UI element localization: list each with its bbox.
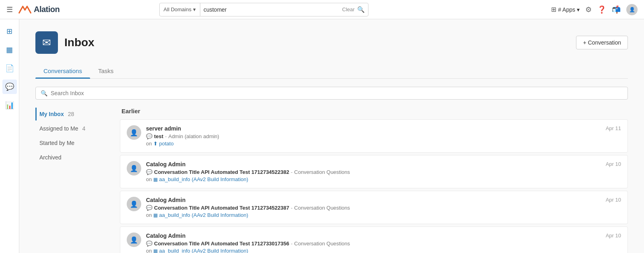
conv-preview-sep: - [291, 169, 292, 175]
domain-selector[interactable]: All Domains ▾ [160, 3, 200, 16]
conv-link[interactable]: ⬆ potato [153, 141, 173, 147]
conv-info: Catalog Admin 💬 Conversation Title API A… [146, 161, 596, 182]
table-row[interactable]: 👤 server admin 💬 test - Admin (alation a… [120, 119, 628, 153]
conv-preview-title: test [154, 133, 163, 139]
conv-link-text: potato [159, 141, 173, 147]
my-inbox-count: 28 [68, 111, 74, 117]
table-row[interactable]: 👤 Catalog Admin 💬 Conversation Title API… [120, 191, 628, 224]
conv-on-label: on [146, 212, 152, 218]
domain-chevron-icon: ▾ [193, 6, 196, 12]
conv-sender: Catalog Admin [146, 233, 596, 239]
topnav-right-actions: ⊞ # Apps ▾ ⚙ ❓ 📬 👤 [551, 4, 638, 15]
conv-preview-title: Conversation Title API Automated Test 17… [154, 205, 289, 211]
conv-link[interactable]: ▦ aa_build_info (AAv2 Build Information) [153, 176, 248, 182]
conv-date: Apr 10 [606, 161, 621, 167]
hamburger-menu[interactable]: ☰ [6, 5, 13, 14]
inbox-icon-box: ✉ [35, 31, 58, 54]
archived-label: Archived [39, 154, 61, 161]
conv-on-label: on [146, 141, 152, 147]
chat-bubble-icon: 💬 [146, 241, 152, 247]
conv-on-row: on ⬆ potato [146, 141, 596, 147]
logo-text: Alation [34, 5, 60, 14]
search-clear-button[interactable]: Clear [342, 6, 355, 12]
conv-date: Apr 10 [606, 197, 621, 203]
new-conversation-button[interactable]: + Conversation [576, 36, 628, 49]
conv-preview-title: Conversation Title API Automated Test 17… [154, 241, 289, 247]
assigned-to-me-count: 4 [82, 125, 86, 132]
conv-preview-meta: Conversation Questions [294, 241, 350, 247]
global-search-bar: All Domains ▾ Clear 🔍 [159, 3, 368, 16]
conv-link-text: aa_build_info (AAv2 Build Information) [159, 248, 248, 253]
table-icon: ▦ [153, 212, 158, 218]
sidebar-item-analytics[interactable]: 📊 [2, 98, 17, 112]
avatar: 👤 [127, 233, 141, 247]
chat-bubble-icon: 💬 [146, 205, 152, 211]
apps-menu-button[interactable]: ⊞ # Apps ▾ [551, 6, 580, 13]
conv-on-row: on ▦ aa_build_info (AAv2 Build Informati… [146, 212, 596, 218]
inbox-nav-my-inbox[interactable]: My Inbox 28 [35, 108, 108, 120]
sidebar-item-catalog[interactable]: ⊞ [2, 24, 17, 39]
conv-preview-meta: Conversation Questions [294, 169, 350, 175]
inbox-nav-assigned-to-me[interactable]: Assigned to Me 4 [35, 122, 108, 135]
conv-on-label: on [146, 248, 152, 253]
avatar: 👤 [127, 161, 141, 175]
tab-tasks[interactable]: Tasks [90, 63, 121, 78]
sidebar-item-docs[interactable]: 📄 [2, 61, 17, 75]
inbox-tabs: Conversations Tasks [35, 63, 628, 79]
table-row[interactable]: 👤 Catalog Admin 💬 Conversation Title API… [120, 226, 628, 253]
sidebar-item-conversations[interactable]: 💬 [2, 80, 17, 94]
inbox-nav: My Inbox 28 Assigned to Me 4 Started by … [35, 108, 108, 253]
conv-info: Catalog Admin 💬 Conversation Title API A… [146, 197, 596, 218]
notifications-icon[interactable]: 📬 [612, 5, 621, 14]
avatar: 👤 [127, 125, 141, 140]
conv-link-text: aa_build_info (AAv2 Build Information) [159, 176, 248, 182]
section-title-earlier: Earlier [120, 108, 628, 114]
inbox-nav-started-by-me[interactable]: Started by Me [35, 137, 108, 149]
inbox-body: My Inbox 28 Assigned to Me 4 Started by … [35, 108, 628, 253]
conv-on-row: on ▦ aa_build_info (AAv2 Build Informati… [146, 248, 596, 253]
main-content: ✉ Inbox + Conversation Conversations Tas… [19, 19, 644, 253]
apps-label: # Apps [558, 6, 575, 13]
search-input[interactable] [204, 6, 340, 13]
search-icon[interactable]: 🔍 [357, 6, 365, 13]
conv-preview: 💬 Conversation Title API Automated Test … [146, 241, 596, 247]
tab-conversations[interactable]: Conversations [35, 63, 90, 78]
conv-date: Apr 10 [606, 233, 621, 239]
inbox-nav-archived[interactable]: Archived [35, 151, 108, 164]
settings-icon[interactable]: ⚙ [585, 5, 592, 14]
help-icon[interactable]: ❓ [597, 5, 606, 14]
conv-link[interactable]: ▦ aa_build_info (AAv2 Build Information) [153, 248, 248, 253]
conversation-list: Earlier 👤 server admin 💬 test - Admin (a… [120, 108, 628, 253]
conv-preview: 💬 Conversation Title API Automated Test … [146, 169, 596, 175]
table-icon: ▦ [153, 248, 158, 253]
conv-preview-meta: Admin (alation admin) [168, 133, 219, 139]
assigned-to-me-label: Assigned to Me [39, 125, 78, 132]
conv-on-row: on ▦ aa_build_info (AAv2 Build Informati… [146, 176, 596, 182]
user-avatar[interactable]: 👤 [626, 4, 638, 15]
conv-info: server admin 💬 test - Admin (alation adm… [146, 125, 596, 147]
inbox-envelope-icon: ✉ [42, 37, 51, 49]
conv-sender: server admin [146, 125, 596, 132]
table-row[interactable]: 👤 Catalog Admin 💬 Conversation Title API… [120, 155, 628, 188]
table-icon: ▦ [153, 177, 158, 182]
logo[interactable]: Alation [18, 5, 60, 14]
conv-link[interactable]: ▦ aa_build_info (AAv2 Build Information) [153, 212, 248, 218]
left-sidebar: ⊞ ▦ 📄 💬 📊 [0, 19, 19, 253]
top-navigation: ☰ Alation All Domains ▾ Clear 🔍 ⊞ # Apps… [0, 0, 644, 19]
sidebar-item-tables[interactable]: ▦ [2, 43, 17, 57]
my-inbox-label: My Inbox [39, 111, 64, 117]
conv-on-label: on [146, 176, 152, 182]
inbox-search-input[interactable] [51, 90, 623, 96]
inbox-title-wrap: ✉ Inbox [35, 31, 95, 54]
conv-link-text: aa_build_info (AAv2 Build Information) [159, 212, 248, 218]
apps-grid-icon: ⊞ [551, 6, 556, 13]
conv-preview: 💬 test - Admin (alation admin) [146, 133, 596, 139]
conv-sender: Catalog Admin [146, 161, 596, 167]
started-by-me-label: Started by Me [39, 140, 74, 146]
conv-preview-sep: - [291, 205, 292, 211]
conv-date: Apr 11 [606, 125, 621, 131]
chat-bubble-icon: 💬 [146, 169, 152, 175]
conv-info: Catalog Admin 💬 Conversation Title API A… [146, 233, 596, 253]
conv-preview-meta: Conversation Questions [294, 205, 350, 211]
conv-preview-sep: - [165, 133, 167, 139]
